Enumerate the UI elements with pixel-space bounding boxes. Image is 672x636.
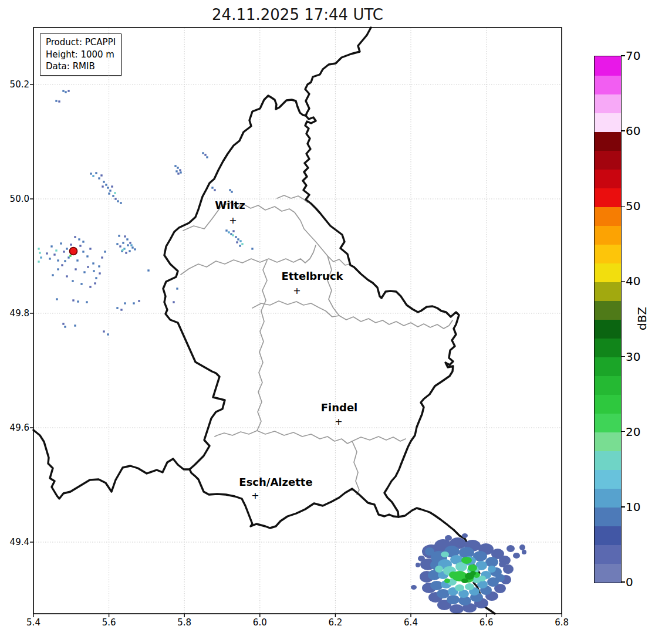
precipitation-cell-blob	[522, 550, 526, 554]
radar-echo-pixel	[214, 189, 215, 191]
colorbar-tick-label: 70	[626, 49, 640, 63]
x-tick-label: 6.6	[479, 617, 494, 628]
radar-echo-pixel	[239, 245, 241, 246]
colorbar-band	[595, 451, 621, 471]
radar-echo-pixel	[116, 243, 118, 245]
radar-echo-pixel	[76, 259, 78, 261]
radar-echo-pixel	[179, 169, 181, 171]
radar-echo-pixel	[86, 301, 87, 303]
radar-echo-pixel	[95, 277, 97, 279]
radar-echo-pixel	[116, 307, 118, 309]
radar-echo-pixel	[236, 241, 238, 243]
y-tick-label: 49.6	[10, 422, 29, 433]
radar-echo-pixel	[202, 152, 204, 154]
colorbar-band	[595, 339, 621, 358]
radar-echo-pixel	[174, 165, 176, 167]
city-label: Esch/Alzette	[239, 476, 312, 488]
radar-echo-pixel	[98, 177, 100, 179]
y-tick-label: 49.4	[10, 537, 29, 547]
axes-frame	[33, 28, 562, 614]
radar-echo-pixel	[138, 300, 140, 302]
colorbar-band	[595, 131, 621, 151]
radar-echo-pixel	[57, 268, 59, 270]
radar-echo-pixel	[77, 300, 79, 302]
radar-echo-pixel	[93, 270, 94, 272]
colorbar-band	[595, 244, 621, 263]
colorbar-band	[595, 376, 621, 395]
radar-echo-pixel	[120, 309, 122, 310]
radar-echo-pixel	[46, 252, 48, 254]
precipitation-cell-blob	[416, 563, 420, 567]
precipitation-cell-blob	[447, 595, 460, 604]
precipitation-cell-blob	[499, 561, 506, 567]
radar-echo-pixel	[66, 275, 67, 277]
precipitation-cell-blob	[411, 585, 417, 590]
colorbar-tick-label: 10	[626, 500, 640, 514]
colorbar	[594, 56, 622, 583]
radar-echo-pixel	[39, 252, 40, 253]
precipitation-cell-blob	[441, 552, 449, 557]
radar-echo-pixel	[176, 287, 178, 289]
precipitation-cell-blob	[461, 557, 472, 564]
radar-echo-pixel	[173, 301, 174, 303]
canton-border	[183, 202, 350, 265]
precipitation-cell-blob	[506, 545, 515, 552]
precipitation-cell-blob	[425, 547, 434, 556]
precipitation-cell-blob	[435, 566, 443, 573]
radar-echo-pixel	[126, 238, 128, 240]
radar-echo-pixel	[98, 265, 100, 267]
radar-echo-pixel	[232, 234, 234, 236]
colorbar-band	[595, 94, 621, 113]
precipitation-cell-blob	[418, 556, 425, 561]
radar-echo-pixel	[112, 195, 114, 197]
map-plot-area	[0, 0, 672, 636]
colorbar-tick-mark	[621, 206, 625, 207]
colorbar-band	[595, 207, 621, 226]
radar-echo-pixel	[251, 248, 253, 249]
radar-echo-pixel	[129, 242, 131, 243]
radar-echo-pixel	[89, 248, 91, 249]
radar-echo-pixel	[67, 90, 69, 92]
x-tick-label: 5.6	[102, 617, 116, 628]
luxembourg-border	[163, 96, 459, 528]
colorbar-band	[595, 113, 621, 132]
radar-echo-pixel	[101, 256, 103, 258]
radar-echo-pixel	[134, 248, 136, 250]
x-tick-label: 5.8	[177, 617, 191, 628]
precipitation-cell-blob	[468, 564, 477, 571]
colorbar-band	[595, 150, 621, 170]
radar-echo-pixel	[105, 184, 107, 185]
precipitation-cell-blob	[513, 553, 520, 559]
radar-echo-pixel	[230, 233, 232, 235]
radar-echo-pixel	[52, 274, 53, 276]
precipitation-cell-blob	[450, 604, 464, 614]
canton-border	[257, 261, 359, 495]
radar-echo-pixel	[67, 256, 69, 258]
radar-echo-pixel	[49, 258, 50, 259]
radar-echo-pixel	[87, 266, 89, 268]
radar-echo-pixel	[103, 330, 104, 332]
precipitation-cell-blob	[437, 589, 450, 598]
city-label: Ettelbruck	[281, 270, 343, 282]
colorbar-band	[595, 188, 621, 207]
y-tick-label: 50.2	[10, 79, 29, 90]
colorbar-band	[595, 508, 621, 527]
colorbar-tick-mark	[621, 130, 625, 131]
radar-echo-pixel	[124, 235, 126, 237]
colorbar-tick-label: 30	[626, 350, 640, 364]
radar-echo-pixel	[100, 174, 102, 176]
colorbar-band	[595, 169, 621, 188]
precipitation-cell-blob	[445, 535, 452, 541]
x-tick-label: 6.2	[328, 617, 342, 628]
radar-echo-pixel	[95, 172, 97, 174]
radar-echo-pixel	[133, 302, 134, 304]
radar-echo-pixel	[72, 299, 74, 301]
radar-echo-pixel	[78, 238, 80, 240]
colorbar-tick-label: 20	[626, 425, 640, 439]
radar-echo-pixel	[120, 202, 121, 204]
radar-echo-pixel	[79, 245, 81, 246]
radar-echo-pixel	[121, 249, 123, 251]
radar-echo-pixel	[119, 245, 121, 247]
radar-echo-pixel	[38, 248, 39, 249]
colorbar-band	[595, 432, 621, 452]
